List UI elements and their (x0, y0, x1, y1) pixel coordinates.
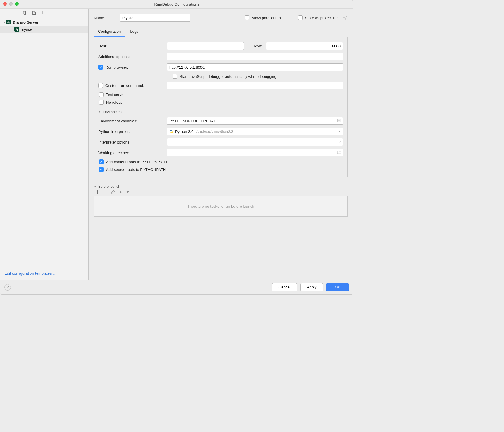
host-label: Host: (98, 44, 163, 48)
name-input[interactable] (120, 14, 190, 22)
add-source-roots-label: Add source roots to PYTHONPATH (106, 167, 166, 172)
custom-run-command-input (167, 82, 343, 89)
python-interpreter-path: /usr/local/bin/python3.6 (196, 129, 233, 133)
before-launch-placeholder: There are no tasks to run before launch (187, 204, 254, 209)
working-directory-input[interactable] (167, 149, 343, 156)
checkbox-icon[interactable] (99, 100, 104, 105)
help-button[interactable]: ? (4, 284, 11, 291)
environment-section-header[interactable]: ▼ Environment (98, 110, 343, 114)
before-launch-label: Before launch (98, 184, 120, 189)
run-browser-checkbox[interactable] (98, 65, 103, 70)
gear-icon[interactable] (343, 15, 348, 20)
tab-configuration[interactable]: Configuration (94, 27, 125, 37)
custom-run-command-row: Custom run command: (98, 82, 343, 89)
before-launch-toolbar: ▲ ▼ (94, 189, 348, 196)
minimize-icon (9, 2, 13, 6)
checkbox-icon[interactable] (298, 15, 303, 20)
additional-options-label: Additional options: (98, 55, 163, 59)
config-tree: ▾ dj Django Server dj mysite (0, 17, 88, 268)
run-browser-row: Run browser: (98, 63, 343, 71)
svg-rect-5 (104, 192, 107, 192)
expand-icon[interactable]: ⤢ (339, 141, 341, 144)
python-icon (169, 129, 173, 133)
before-launch-section: ▼ Before launch ▲ ▼ (94, 182, 348, 217)
no-reload-label: No reload (106, 100, 122, 105)
allow-parallel-label: Allow parallel run (252, 16, 281, 20)
run-debug-dialog: Run/Debug Configurations (0, 0, 353, 295)
checkbox-icon[interactable] (99, 92, 104, 97)
svg-rect-2 (24, 12, 26, 14)
checkbox-icon[interactable] (173, 74, 177, 79)
apply-button[interactable]: Apply (300, 283, 324, 291)
add-task-button[interactable] (96, 190, 100, 195)
sort-button[interactable] (41, 10, 46, 16)
no-reload-checkbox[interactable]: No reload (99, 100, 343, 105)
python-interpreter-row: Python interpreter: Python 3.6 /usr/loca… (98, 128, 343, 135)
run-browser-url-input[interactable] (167, 63, 343, 71)
python-interpreter-select[interactable]: Python 3.6 /usr/local/bin/python3.6 ▼ (167, 128, 343, 135)
add-config-button[interactable] (3, 10, 9, 16)
copy-config-button[interactable] (22, 10, 27, 16)
test-server-label: Test server (106, 93, 125, 97)
chevron-down-icon[interactable]: ▾ (2, 21, 6, 24)
add-source-roots-checkbox[interactable]: Add source roots to PYTHONPATH (99, 167, 343, 172)
cancel-button[interactable]: Cancel (272, 283, 297, 291)
run-browser-label: Run browser: (105, 65, 128, 70)
add-content-roots-label: Add content roots to PYTHONPATH (106, 160, 167, 164)
close-icon[interactable] (3, 2, 7, 6)
host-row: Host: Port: (98, 42, 343, 50)
svg-rect-1 (23, 11, 26, 14)
svg-point-3 (345, 17, 346, 18)
django-icon: dj (14, 27, 19, 32)
store-project-file-checkbox[interactable]: Store as project file (298, 15, 338, 20)
folder-icon[interactable] (337, 150, 341, 155)
test-server-checkbox[interactable]: Test server (99, 92, 343, 97)
tree-item-label: mysite (21, 27, 32, 32)
python-interpreter-name: Python 3.6 (175, 129, 193, 134)
footer-buttons: Cancel Apply OK (272, 283, 349, 291)
port-input[interactable] (266, 42, 343, 50)
start-js-debugger-label: Start JavaScript debugger automatically … (180, 74, 276, 79)
configuration-panel: Host: Port: Additional options: Run brow… (94, 37, 348, 177)
tree-item-mysite[interactable]: dj mysite (0, 26, 88, 33)
host-input[interactable] (167, 42, 244, 50)
edit-templates-link[interactable]: Edit configuration templates... (0, 268, 88, 280)
window-title: Run/Debug Configurations (154, 2, 199, 6)
working-directory-label: Working directory: (98, 151, 163, 155)
checkbox-icon[interactable] (245, 15, 249, 20)
remove-task-button (103, 190, 107, 195)
caret-down-icon: ▼ (94, 185, 97, 188)
list-icon[interactable] (337, 118, 341, 123)
before-launch-list: There are no tasks to run before launch (94, 196, 348, 217)
allow-parallel-checkbox[interactable]: Allow parallel run (245, 15, 281, 20)
tree-group-django-server[interactable]: ▾ dj Django Server (0, 19, 88, 26)
custom-run-command-label: Custom run command: (105, 83, 144, 88)
config-sidebar: ▾ dj Django Server dj mysite Edit config… (0, 9, 89, 280)
tab-logs[interactable]: Logs (126, 27, 142, 37)
svg-rect-0 (14, 13, 17, 13)
window-controls (3, 2, 19, 6)
interpreter-options-row: Interpreter options: ⤢ (98, 138, 343, 146)
titlebar: Run/Debug Configurations (0, 0, 353, 9)
before-launch-header[interactable]: ▼ Before launch (94, 184, 348, 189)
additional-options-row: Additional options: (98, 53, 343, 60)
interpreter-options-input[interactable]: ⤢ (167, 138, 343, 146)
environment-section-label: Environment (103, 110, 122, 114)
store-project-label: Store as project file (305, 16, 338, 20)
port-label: Port: (248, 44, 262, 48)
move-up-button: ▲ (119, 190, 122, 195)
checkbox-icon[interactable] (99, 159, 104, 164)
save-template-button[interactable] (31, 10, 37, 16)
start-js-debugger-checkbox[interactable]: Start JavaScript debugger automatically … (173, 74, 276, 79)
maximize-icon[interactable] (15, 2, 19, 6)
ok-button[interactable]: OK (326, 283, 349, 291)
env-vars-value: PYTHONUNBUFFERED=1 (169, 119, 216, 123)
add-content-roots-checkbox[interactable]: Add content roots to PYTHONPATH (99, 159, 343, 164)
env-vars-input[interactable]: PYTHONUNBUFFERED=1 (167, 117, 343, 125)
checkbox-icon[interactable] (99, 167, 104, 172)
custom-run-command-checkbox[interactable] (98, 83, 103, 88)
additional-options-input[interactable] (167, 53, 343, 60)
name-row: Name: Allow parallel run Store as projec… (94, 14, 348, 22)
remove-config-button[interactable] (13, 10, 18, 16)
sidebar-toolbar (0, 9, 88, 17)
